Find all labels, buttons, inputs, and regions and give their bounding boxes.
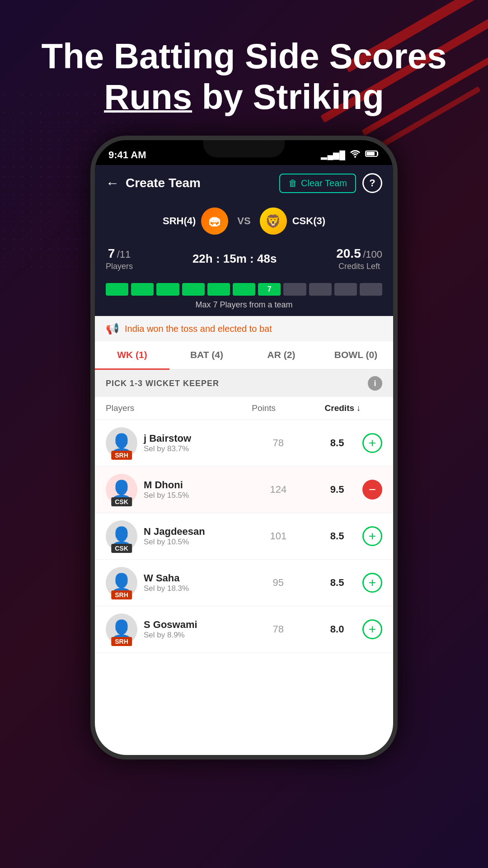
team1-name: SRH(4) xyxy=(163,215,196,227)
team-badge-csk-2: CSK xyxy=(111,497,132,506)
toss-banner: 📢 India won the toss and elected to bat xyxy=(95,316,393,341)
list-item: 👤 SRH j Bairstow Sel by 83.7% 78 8.5 + xyxy=(95,420,393,467)
player-details-3: N Jagdeesan Sel by 10.5% xyxy=(144,526,244,547)
player-name-2: M Dhoni xyxy=(144,479,244,491)
player-credits-3: 8.5 xyxy=(312,530,362,542)
team2-name: CSK(3) xyxy=(292,215,325,227)
app-content: ← Create Team 🗑 Clear Team ? SRH(4) xyxy=(95,165,393,755)
slot-10 xyxy=(334,283,357,296)
stats-row: 7 /11 Players 22h : 15m : 48s 20.5 /100 … xyxy=(95,241,393,278)
player-details-1: j Bairstow Sel by 83.7% xyxy=(144,433,244,453)
players-table-header: Players Points Credits ↓ xyxy=(95,397,393,420)
slot-8 xyxy=(283,283,306,296)
slot-5 xyxy=(207,283,230,296)
add-player-button-3[interactable]: + xyxy=(362,526,382,546)
player-avatar-container-3: 👤 CSK xyxy=(106,520,137,552)
svg-rect-2 xyxy=(366,152,375,156)
tab-bowl[interactable]: BOWL (0) xyxy=(319,341,393,369)
tabs-row: WK (1) BAT (4) AR (2) BOWL (0) xyxy=(95,341,393,370)
add-player-button-5[interactable]: + xyxy=(362,619,382,639)
player-sel-2: Sel by 15.5% xyxy=(144,491,244,500)
srh-logo-icon: 🏟 xyxy=(208,214,221,229)
pick-header-text: PICK 1-3 WICKET KEEPER xyxy=(106,379,219,388)
player-avatar-container-4: 👤 SRH xyxy=(106,567,137,599)
status-icons: ▂▄▆█ xyxy=(321,150,380,160)
status-time: 9:41 AM xyxy=(108,149,146,161)
credits-stat: 20.5 /100 Credits Left xyxy=(336,246,382,271)
tab-ar[interactable]: AR (2) xyxy=(244,341,319,369)
player-credits-1: 8.5 xyxy=(312,437,362,449)
trash-icon: 🗑 xyxy=(288,178,297,189)
team2-logo: 🦁 xyxy=(260,208,287,235)
player-sel-4: Sel by 18.3% xyxy=(144,584,244,593)
pick-section-header: PICK 1-3 WICKET KEEPER i xyxy=(95,370,393,397)
team-badge-srh-4: SRH xyxy=(111,590,132,599)
progress-section: Max 7 Players from a team xyxy=(95,278,393,316)
toss-icon: 📢 xyxy=(106,322,119,335)
player-details-2: M Dhoni Sel by 15.5% xyxy=(144,479,244,500)
back-button[interactable]: ← xyxy=(106,175,119,191)
player-name-3: N Jagdeesan xyxy=(144,526,244,538)
player-details-5: S Goswami Sel by 8.9% xyxy=(144,619,244,640)
app-header: ← Create Team 🗑 Clear Team ? xyxy=(95,165,393,201)
players-area[interactable]: Players Points Credits ↓ 👤 SRH j Bairsto… xyxy=(95,397,393,755)
max-players-text: Max 7 Players from a team xyxy=(106,300,382,310)
headline-line1: The Batting Side Scores xyxy=(41,36,446,76)
team2-info: 🦁 CSK(3) xyxy=(260,208,325,235)
player-avatar-container-2: 👤 CSK xyxy=(106,474,137,505)
tab-bat[interactable]: BAT (4) xyxy=(169,341,244,369)
headline-line2: Runs by Striking xyxy=(104,77,384,117)
player-avatar-container-1: 👤 SRH xyxy=(106,427,137,459)
phone-notch xyxy=(203,140,285,157)
csk-logo-icon: 🦁 xyxy=(265,214,281,229)
battery-icon xyxy=(365,150,380,160)
player-points-1: 78 xyxy=(244,437,312,449)
player-sel-5: Sel by 8.9% xyxy=(144,631,244,640)
slot-7-active xyxy=(258,283,281,296)
header-right: 🗑 Clear Team ? xyxy=(279,173,382,193)
slot-9 xyxy=(309,283,332,296)
vs-label: VS xyxy=(237,215,250,227)
svg-point-0 xyxy=(354,156,356,158)
clear-team-button[interactable]: 🗑 Clear Team xyxy=(279,174,356,193)
player-credits-5: 8.0 xyxy=(312,623,362,635)
team-badge-srh-5: SRH xyxy=(111,637,132,646)
slot-3 xyxy=(156,283,179,296)
player-avatar-container-5: 👤 SRH xyxy=(106,613,137,645)
clear-team-label: Clear Team xyxy=(301,178,347,189)
players-stat: 7 /11 Players xyxy=(106,246,133,271)
slot-1 xyxy=(106,283,128,296)
team1-logo: 🏟 xyxy=(201,208,228,235)
headline: The Batting Side Scores Runs by Striking xyxy=(0,36,488,117)
player-details-4: W Saha Sel by 18.3% xyxy=(144,572,244,593)
sort-icon[interactable]: ↓ xyxy=(357,403,361,413)
player-name-1: j Bairstow xyxy=(144,433,244,444)
help-button[interactable]: ? xyxy=(362,173,382,193)
player-points-4: 95 xyxy=(244,577,312,589)
col-header-credits: Credits ↓ xyxy=(303,403,382,413)
team-badge-csk-3: CSK xyxy=(111,544,132,553)
info-icon[interactable]: i xyxy=(368,376,382,391)
col-header-points: Points xyxy=(224,403,303,413)
col-header-player: Players xyxy=(106,403,224,413)
slot-6 xyxy=(233,283,255,296)
add-player-button-1[interactable]: + xyxy=(362,433,382,453)
timer-stat: 22h : 15m : 48s xyxy=(192,252,277,266)
player-name-5: S Goswami xyxy=(144,619,244,631)
toss-text: India won the toss and elected to bat xyxy=(125,324,272,334)
list-item: 👤 CSK M Dhoni Sel by 15.5% 124 9.5 − xyxy=(95,467,393,513)
team-badge-srh-1: SRH xyxy=(111,451,132,460)
player-credits-2: 9.5 xyxy=(312,484,362,495)
match-info: SRH(4) 🏟 VS 🦁 CSK(3) xyxy=(95,201,393,241)
player-name-4: W Saha xyxy=(144,572,244,584)
slot-4 xyxy=(182,283,205,296)
tab-wk[interactable]: WK (1) xyxy=(95,341,169,370)
remove-player-button-2[interactable]: − xyxy=(362,480,382,500)
list-item: 👤 SRH S Goswami Sel by 8.9% 78 8.0 + xyxy=(95,606,393,653)
add-player-button-4[interactable]: + xyxy=(362,573,382,593)
player-points-2: 124 xyxy=(244,484,312,495)
player-credits-4: 8.5 xyxy=(312,577,362,589)
players-count: 7 /11 xyxy=(106,246,133,261)
list-item: 👤 SRH W Saha Sel by 18.3% 95 8.5 + xyxy=(95,560,393,606)
question-icon: ? xyxy=(369,177,375,189)
